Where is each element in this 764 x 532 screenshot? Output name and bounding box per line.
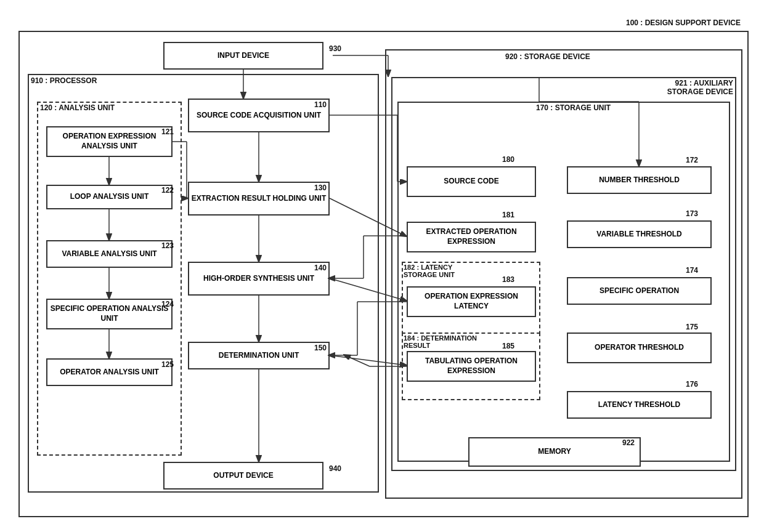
specific-op-analysis-box: SPECIFIC OPERATION ANALYSIS UNIT <box>46 299 173 329</box>
ref-173: 173 <box>686 209 698 218</box>
ref-176: 176 <box>686 380 698 389</box>
source-code-box: SOURCE CODE <box>407 166 536 197</box>
storage-device-label: 920 : STORAGE DEVICE <box>505 52 590 61</box>
ref-124: 124 <box>161 300 174 308</box>
ref-174: 174 <box>686 266 698 275</box>
ref-121: 121 <box>161 127 174 136</box>
analysis-unit-label: 120 : ANALYSIS UNIT <box>40 103 115 112</box>
aux-storage-label: 921 : AUXILIARYSTORAGE DEVICE <box>667 79 733 96</box>
ref-940: 940 <box>329 464 341 473</box>
ref-125: 125 <box>161 360 174 369</box>
variable-threshold-box: VARIABLE THRESHOLD <box>567 220 712 248</box>
ref-184: 184 : DETERMINATIONRESULT <box>404 334 477 349</box>
determination-box: DETERMINATION UNIT <box>188 342 330 369</box>
op-expr-latency-box: OPERATION EXPRESSION LATENCY <box>407 286 536 317</box>
ref-185: 185 <box>502 342 514 350</box>
operator-analysis-box: OPERATOR ANALYSIS UNIT <box>46 358 173 386</box>
processor-label: 910 : PROCESSOR <box>31 76 97 85</box>
ref-180: 180 <box>502 155 514 164</box>
ref-122: 122 <box>161 186 174 195</box>
op-expr-analysis-box: OPERATION EXPRESSION ANALYSIS UNIT <box>46 126 173 157</box>
ref-182: 182 : LATENCYSTORAGE UNIT <box>404 264 455 278</box>
main-device-label: 100 : DESIGN SUPPORT DEVICE <box>626 18 741 27</box>
ref-150: 150 <box>314 344 327 352</box>
high-order-box: HIGH-ORDER SYNTHESIS UNIT <box>188 262 330 296</box>
ref-123: 123 <box>161 241 174 250</box>
number-threshold-box: NUMBER THRESHOLD <box>567 166 712 194</box>
loop-analysis-box: LOOP ANALYSIS UNIT <box>46 185 173 209</box>
tabulating-op-box: TABULATING OPERATION EXPRESSION <box>407 351 536 382</box>
operator-threshold-box: OPERATOR THRESHOLD <box>567 332 712 363</box>
output-device-box: OUTPUT DEVICE <box>163 462 323 490</box>
source-code-acq-box: SOURCE CODE ACQUISITION UNIT <box>188 99 330 132</box>
storage-unit-label: 170 : STORAGE UNIT <box>536 103 611 112</box>
ref-172: 172 <box>686 156 698 164</box>
ref-183: 183 <box>502 275 514 284</box>
ref-130: 130 <box>314 183 327 192</box>
ref-181: 181 <box>502 211 514 219</box>
ref-140: 140 <box>314 264 327 272</box>
memory-box: MEMORY <box>468 437 641 467</box>
variable-analysis-box: VARIABLE ANALYSIS UNIT <box>46 240 173 268</box>
ref-930: 930 <box>329 44 341 53</box>
ref-175: 175 <box>686 323 698 331</box>
input-device-box: INPUT DEVICE <box>163 42 323 70</box>
ref-110: 110 <box>314 100 327 109</box>
extracted-op-box: EXTRACTED OPERATION EXPRESSION <box>407 222 536 252</box>
specific-operation-box: SPECIFIC OPERATION <box>567 277 712 305</box>
ref-922: 922 <box>622 438 635 447</box>
latency-threshold-box: LATENCY THRESHOLD <box>567 391 712 419</box>
extraction-result-box: EXTRACTION RESULT HOLDING UNIT <box>188 182 330 216</box>
